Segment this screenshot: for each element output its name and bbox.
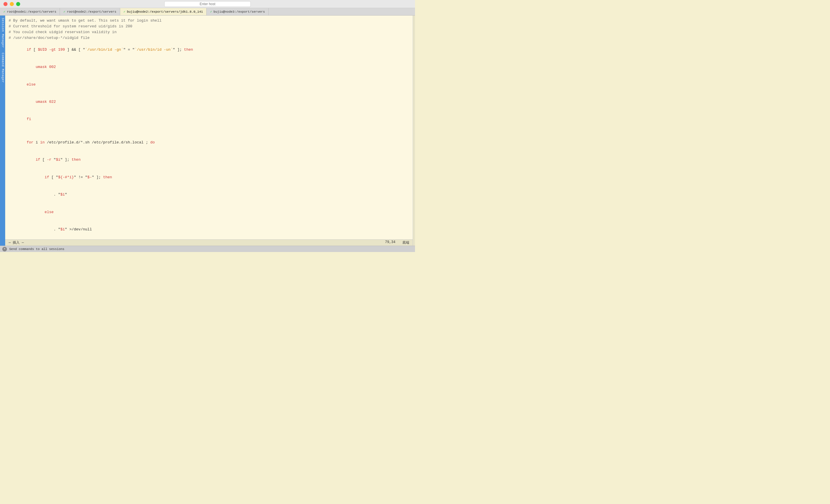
code-line: if [ $UID -gt 199 ] && [ "`/usr/bin/id -… xyxy=(9,41,409,59)
maximize-button[interactable] xyxy=(16,2,20,6)
code-line: fi xyxy=(9,110,409,128)
code-editor[interactable]: # By default, we want umask to get set. … xyxy=(5,15,413,239)
tab-node2-jdk[interactable]: ✓ bujiu@node2:/export/servers/jdk1.8.0_1… xyxy=(120,8,207,15)
code-line xyxy=(9,128,409,134)
main-layout: Session Manager Command Manager # By def… xyxy=(0,15,415,246)
scroll-position: 底端 xyxy=(402,240,409,245)
tab-label: bujiu@node3:/export/servers xyxy=(214,10,265,13)
host-input-container xyxy=(164,1,251,7)
code-line: if [ -r "$i" ]; then xyxy=(9,151,409,168)
close-icon: × xyxy=(4,247,5,250)
close-button[interactable] xyxy=(3,2,7,6)
tab-check-icon: ✓ xyxy=(3,10,5,13)
command-manager-label[interactable]: Command Manager xyxy=(1,51,5,85)
code-line: else xyxy=(9,204,409,221)
tabs-bar: ✓ root@node1:/export/servers ✓ root@node… xyxy=(0,8,415,15)
code-line: umask 022 xyxy=(9,93,409,110)
tab-node3[interactable]: ✓ bujiu@node3:/export/servers xyxy=(206,8,268,15)
tab-node1[interactable]: ✓ root@node1:/export/servers xyxy=(0,8,60,15)
titlebar xyxy=(0,0,415,8)
editor-area: # By default, we want umask to get set. … xyxy=(5,15,413,246)
code-line: if [ "${-#*i}" != "$-" ]; then xyxy=(9,169,409,186)
window-buttons xyxy=(3,2,20,6)
code-line: umask 002 xyxy=(9,59,409,76)
code-line: # Current threshold for system reserved … xyxy=(9,24,409,29)
code-line: # You could check uidgid reservation val… xyxy=(9,29,409,35)
editor-status-bar: — 插入 — 79,34 底端 xyxy=(5,239,413,246)
status-right: 79,34 底端 xyxy=(385,240,409,245)
close-sessions-button[interactable]: × xyxy=(2,247,7,251)
tab-check-icon: ✓ xyxy=(63,10,65,13)
scrollbar[interactable] xyxy=(413,15,415,246)
code-line: # /usr/share/doc/setup-*/uidgid file xyxy=(9,35,409,41)
code-line: . "$i" >/dev/null xyxy=(9,221,409,238)
session-manager-label[interactable]: Session Manager xyxy=(1,15,5,51)
code-line: # By default, we want umask to get set. … xyxy=(9,18,409,24)
host-input[interactable] xyxy=(164,1,251,7)
command-bar: × Send commands to all sessions xyxy=(0,246,415,252)
tab-check-icon: ✓ xyxy=(124,10,126,13)
tab-label: root@node2:/export/servers xyxy=(67,10,117,13)
tab-node2[interactable]: ✓ root@node2:/export/servers xyxy=(60,8,120,15)
code-line: for i in /etc/profile.d/*.sh /etc/profil… xyxy=(9,134,409,151)
tab-check-icon: ✓ xyxy=(210,10,212,13)
tab-label: root@node1:/export/servers xyxy=(7,10,57,13)
left-sidebar: Session Manager Command Manager xyxy=(0,15,5,246)
tab-label: bujiu@node2:/export/servers/jdk1.8.0_141 xyxy=(127,10,203,13)
vim-mode: — 插入 — xyxy=(9,240,24,245)
cursor-position: 79,34 xyxy=(385,240,395,245)
minimize-button[interactable] xyxy=(10,2,14,6)
command-input[interactable] xyxy=(67,246,413,252)
code-line: . "$i" xyxy=(9,186,409,203)
send-commands-label: Send commands to all sessions xyxy=(9,247,64,251)
code-line: else xyxy=(9,76,409,93)
